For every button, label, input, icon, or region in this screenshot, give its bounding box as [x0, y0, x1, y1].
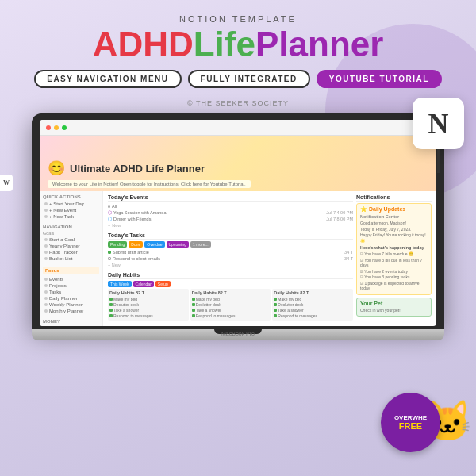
habit-item-2-1[interactable]: Declutter desk	[274, 302, 351, 307]
dot-icon	[44, 202, 48, 205]
navigation-title: Navigation	[43, 225, 99, 229]
notion-body: Quick Actions + Start Your Day + New Eve…	[40, 191, 436, 326]
pet-section: Your Pet Check in with your pet!	[356, 298, 432, 317]
badge-youtube[interactable]: YOUTUBE TUTORIAL	[317, 70, 442, 88]
sidebar-item-new-task[interactable]: + New Task	[43, 213, 99, 220]
notion-header: 😊 Ultimate ADHD Life Planner Welcome to …	[40, 136, 436, 191]
habit-check-icon	[274, 303, 277, 306]
dot-icon	[44, 215, 48, 218]
dot-icon	[44, 297, 48, 300]
tag-upcoming[interactable]: Upcoming	[167, 241, 190, 248]
event-item-0[interactable]: ⬡ Yoga Session with Amanda Jul 7 4:00 PM	[108, 209, 353, 216]
dot-icon	[44, 284, 48, 287]
habit-item-2-0[interactable]: Make my bed	[274, 297, 351, 301]
sidebar-navigation: Navigation Goals Start a Goal Yearly Pla…	[43, 225, 99, 262]
overwhelm-text: OVERWHE	[394, 414, 427, 421]
badge-integrated[interactable]: FULLY INTEGRATED	[188, 70, 310, 88]
habit-check-icon	[192, 314, 195, 317]
notif-item-2: Happy Friday! You're rocking it today! 🌟	[360, 232, 428, 243]
sidebar-money: Money	[43, 319, 99, 324]
event-time-1: Jul 7 8:00 PM	[326, 217, 353, 221]
habit-check-icon	[192, 309, 195, 312]
habit-check-icon	[192, 298, 195, 301]
sidebar-item-weekly-planner[interactable]: Weekly Planner	[43, 301, 99, 308]
daily-updates-title: ⭐ Daily Updates	[360, 206, 428, 213]
tag-overdue[interactable]: Overdue	[144, 241, 164, 248]
title-planner: Planner	[255, 27, 383, 62]
habit-item-1-1[interactable]: Declutter desk	[192, 302, 270, 307]
task-item-0[interactable]: Submit draft article 34 T	[108, 249, 353, 255]
habit-item-2-3[interactable]: Respond to messages	[274, 313, 351, 318]
task-check-icon[interactable]	[108, 257, 111, 260]
habit-check-icon	[109, 298, 113, 301]
habits-title: Daily Habits	[108, 272, 353, 279]
sidebar-quick-actions: Quick Actions + Start Your Day + New Eve…	[43, 194, 99, 220]
focus-section: Focus	[43, 267, 99, 274]
tag-done[interactable]: Done	[129, 241, 143, 248]
tag-calendar[interactable]: Calendar	[133, 281, 154, 287]
notifications-section: ⭐ Daily Updates Notification Center Good…	[356, 203, 432, 295]
habit-item-0-0[interactable]: Make my bed	[109, 297, 187, 301]
sidebar-item-goal[interactable]: Start a Goal	[43, 236, 99, 243]
laptop-container: N 😊 Ultim	[32, 113, 444, 340]
habit-item-0-2[interactable]: Take a shower	[109, 308, 187, 313]
notion-topbar	[40, 120, 436, 136]
habit-item-1-0[interactable]: Make my bed	[192, 297, 270, 301]
focus-label: Focus	[45, 268, 97, 273]
event-item-1[interactable]: ⬡ Dinner with Friends Jul 7 8:00 PM	[108, 216, 353, 222]
tag-pending[interactable]: Pending	[108, 241, 127, 248]
pet-check-item[interactable]: Check in with your pet!	[360, 308, 428, 313]
screen-inner: 😊 Ultimate ADHD Life Planner Welcome to …	[40, 120, 436, 326]
tag-more[interactable]: 1 more...	[190, 241, 211, 248]
event-icon: ⬡	[108, 210, 112, 215]
laptop-notch	[214, 329, 262, 334]
tasks-title: Today's Tasks	[108, 232, 353, 240]
sidebar-item-bucket[interactable]: Bucket List	[43, 255, 99, 262]
sidebar-item-start-day[interactable]: + Start Your Day	[43, 201, 99, 207]
tag-thisweek[interactable]: This Week	[108, 281, 132, 287]
happening-2: ☑ You have 2 events today	[360, 269, 428, 274]
notion-columns: Today's Events All ⬡ Yoga Session with A…	[108, 194, 432, 323]
notion-main-area: Today's Events All ⬡ Yoga Session with A…	[103, 191, 436, 326]
sidebar-item-habit[interactable]: Habit Tracker	[43, 249, 99, 255]
copyright: © THE SEEKER SOCIETY	[187, 99, 289, 107]
happening-3: ☑ You have 3 pending tasks	[360, 274, 428, 280]
events-tasks-col: Today's Events All ⬡ Yoga Session with A…	[108, 194, 353, 323]
sidebar-item-monthly-planner[interactable]: Monthly Planner	[43, 308, 99, 314]
habit-check-icon	[274, 314, 277, 317]
sidebar-item-tasks[interactable]: Tasks	[43, 289, 99, 295]
sidebar-item-yearly[interactable]: Yearly Planner	[43, 243, 99, 249]
habit-item-2-2[interactable]: Take a shower	[274, 308, 351, 313]
tag-setup[interactable]: Setup	[155, 281, 171, 287]
habit-item-1-2[interactable]: Take a shower	[192, 308, 270, 313]
money-title: Money	[43, 319, 99, 324]
habit-item-1-3[interactable]: Respond to messages	[192, 313, 270, 318]
title-adhd: ADHD	[93, 27, 194, 62]
minimize-btn[interactable]	[54, 125, 59, 130]
habits-col-title-2: Daily Habits 82 T	[274, 290, 351, 295]
events-new-item[interactable]: + New	[108, 222, 353, 228]
close-btn[interactable]	[46, 125, 51, 130]
habits-grid: Daily Habits 82 T Make my bed Declutter …	[108, 289, 353, 321]
task-number-0: 34 T	[344, 250, 353, 255]
sidebar-item-events[interactable]: Events	[43, 276, 99, 282]
events-all-item[interactable]: All	[108, 203, 353, 209]
maximize-btn[interactable]	[62, 125, 67, 130]
task-check-icon[interactable]	[108, 251, 111, 254]
sidebar-item-daily-planner[interactable]: Daily Planner	[43, 295, 99, 301]
main-content: NOTION TEMPLATE ADHD Life Planner EASY N…	[0, 0, 476, 340]
habit-check-icon	[109, 314, 113, 317]
habit-check-icon	[109, 303, 113, 306]
tasks-new-item[interactable]: + New	[108, 262, 353, 268]
habit-item-0-1[interactable]: Declutter desk	[109, 302, 187, 307]
dot-icon	[44, 309, 48, 313]
habit-check-icon	[192, 303, 195, 306]
sidebar-item-projects[interactable]: Projects	[43, 282, 99, 289]
badges-row: EASY NAVIGATION MENU FULLY INTEGRATED YO…	[34, 70, 442, 88]
sidebar-item-new-event[interactable]: + New Event	[43, 207, 99, 213]
notion-app: 😊 Ultimate ADHD Life Planner Welcome to …	[40, 120, 436, 326]
task-item-1[interactable]: Respond to client emails 34 T	[108, 255, 353, 262]
dot-icon	[44, 244, 48, 248]
badge-easy-nav[interactable]: EASY NAVIGATION MENU	[34, 70, 181, 88]
habit-item-0-3[interactable]: Respond to messages	[109, 313, 187, 318]
